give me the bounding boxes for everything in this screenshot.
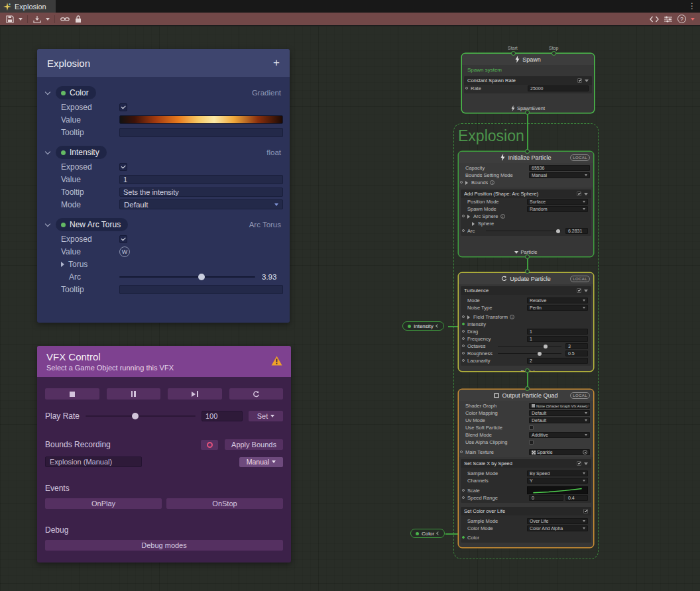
save-button[interactable] [3,13,17,25]
step-button[interactable] [168,388,222,400]
input-port[interactable] [465,87,468,89]
mode-dropdown[interactable]: Default [119,199,283,209]
chevron-down-icon[interactable] [45,221,50,226]
add-property-button[interactable]: + [273,56,280,70]
block-enabled-checkbox[interactable] [577,78,582,83]
set-rate-button[interactable]: Set [249,411,283,421]
pause-button[interactable] [107,388,161,400]
property-header[interactable]: New Arc Torus Arc Torus [37,217,290,233]
input-port[interactable] [462,352,465,354]
apply-bounds-button[interactable]: Apply Bounds [225,439,283,450]
input-port[interactable] [462,315,465,318]
input-port[interactable] [462,337,465,340]
mode-dropdown[interactable]: Relative [527,297,588,303]
node-spawn[interactable]: Spawn Spawn system Constant Spawn Rate R… [462,54,594,113]
object-picker-icon[interactable] [589,403,590,408]
alpha-clipping-checkbox[interactable] [529,440,534,445]
spawn-node-header[interactable]: Spawn [462,54,594,65]
tooltip-input[interactable] [119,128,283,137]
position-mode-dropdown[interactable]: Surface [527,199,588,205]
channels-dropdown[interactable]: Y [527,478,588,484]
collapse-chevron-icon[interactable] [436,531,440,535]
update-input-port[interactable] [525,269,530,274]
save-dropdown[interactable] [17,13,25,25]
input-port[interactable] [462,496,465,499]
noise-type-dropdown[interactable]: Perlin [527,305,588,311]
parameter-node-intensity[interactable]: Intensity [402,321,444,331]
show-generated-code-button[interactable] [647,13,662,25]
attach-button[interactable] [58,13,72,25]
spawn-stop-port[interactable] [552,51,556,56]
roughness-slider[interactable] [498,351,561,356]
exposed-checkbox[interactable] [119,103,127,111]
block-set-scale-x-by-speed[interactable]: Set Scale X by Speed Sample Mode By Spee… [461,459,591,503]
onstop-button[interactable]: OnStop [166,498,283,509]
edge-spawn-to-initialize[interactable] [527,113,528,152]
toolbar-overflow-dropdown[interactable] [689,13,697,25]
input-port-connected[interactable] [462,536,465,539]
value-input[interactable]: 1 [119,175,283,184]
input-port[interactable] [462,330,465,333]
block-header[interactable]: Set Scale X by Speed [461,459,591,468]
node-output-particle-quad[interactable]: Output Particle Quad LOCAL Shader Graph … [459,390,593,547]
node-update-particle[interactable]: Update Particle LOCAL Turbulence Mode Re… [459,273,593,371]
block-turbulence[interactable]: Turbulence Mode Relative Noise Type Perl… [461,286,591,366]
arc-slider[interactable] [119,272,255,282]
slider-handle[interactable] [132,413,139,419]
tooltip-input[interactable] [119,285,283,294]
slider-handle[interactable] [198,274,205,280]
property-pill[interactable]: Intensity [56,146,107,159]
slider-handle[interactable] [544,345,548,349]
blackboard-header[interactable]: Explosion + [37,49,290,77]
blend-mode-dropdown[interactable]: Additive [529,432,590,438]
input-port-connected[interactable] [462,323,465,325]
speed-range-max-input[interactable]: 0.4 [565,495,588,501]
foldout-arrow-icon[interactable] [61,262,64,267]
foldout-arrow-icon[interactable] [472,222,475,226]
stop-button[interactable] [45,388,99,400]
object-picker-icon[interactable] [583,450,587,455]
chevron-down-icon[interactable] [45,148,50,154]
system-label[interactable]: Explosion [458,127,524,145]
input-port[interactable] [462,229,465,232]
property-header[interactable]: Intensity float [37,144,290,160]
record-bounds-button[interactable] [201,440,218,450]
manual-dropdown-button[interactable]: Manual [239,457,283,467]
arc-slider[interactable] [486,229,561,234]
speed-range-min-input[interactable]: 0 [529,495,563,501]
scale-curve-field[interactable] [527,486,588,494]
input-port[interactable] [462,359,465,362]
block-header[interactable]: Set Color over Life [461,507,591,515]
bounds-mode-dropdown[interactable]: Manual [529,172,590,178]
update-node-header[interactable]: Update Particle LOCAL [459,273,593,284]
tab-explosion[interactable]: Explosion [0,0,56,13]
frequency-input[interactable]: 1 [527,336,588,342]
drag-input[interactable]: 1 [527,329,588,335]
input-port[interactable] [460,451,463,453]
block-add-position[interactable]: Add Position (Shape: Arc Sphere) Positio… [461,189,591,236]
arc-input[interactable]: 6.2831 [565,228,588,234]
block-enabled-checkbox[interactable] [577,461,581,466]
sample-mode-dropdown[interactable]: By Speed [527,470,588,476]
help-button[interactable]: ? [675,13,689,25]
uv-mode-dropdown[interactable]: Default [529,417,590,423]
initialize-input-port[interactable] [525,149,530,154]
arc-value[interactable]: 3.93 [262,273,283,281]
exposed-checkbox[interactable] [119,163,127,171]
shader-graph-object-field[interactable]: None (Shader Graph Vfx Asset) [529,403,590,409]
foldout-arrow-icon[interactable] [465,181,468,185]
slider-handle[interactable] [538,352,542,356]
property-pill[interactable]: Color [56,86,96,99]
property-pill[interactable]: New Arc Torus [56,218,128,231]
input-port[interactable] [460,181,463,184]
restart-button[interactable] [229,388,284,400]
output-input-port[interactable] [525,386,530,391]
play-rate-input[interactable]: 100 [202,411,243,421]
output-node-header[interactable]: Output Particle Quad LOCAL [459,390,593,401]
play-rate-slider[interactable] [86,412,196,420]
exposed-checkbox[interactable] [119,235,127,243]
tooltip-input[interactable]: Sets the intensity [119,188,283,197]
control-panel-toggle-button[interactable] [662,13,675,25]
edge-intensity-parameter[interactable] [448,326,459,327]
foldout-arrow-icon[interactable] [467,315,470,319]
